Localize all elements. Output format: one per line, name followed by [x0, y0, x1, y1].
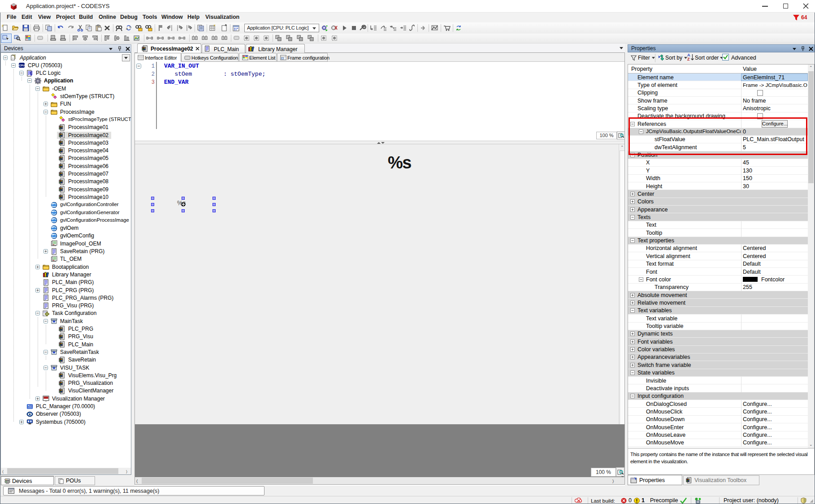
svg-text:a: a	[126, 27, 128, 30]
svg-text:b: b	[130, 26, 131, 29]
